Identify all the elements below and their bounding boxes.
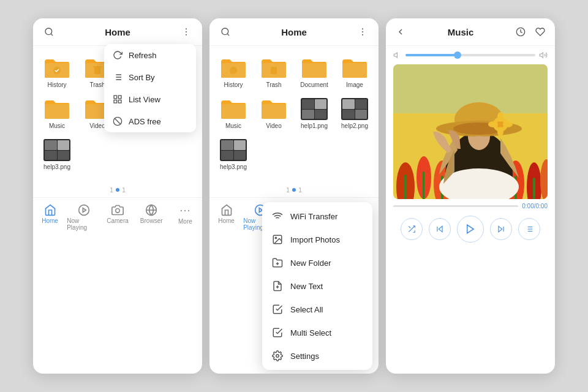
ctx-settings[interactable]: Settings (262, 344, 372, 368)
svg-rect-13 (118, 100, 121, 103)
dropdown-refresh[interactable]: Refresh (104, 44, 196, 66)
mid-more-btn[interactable] (355, 24, 370, 39)
mid-file-grid: History Trash Document Image Music Video… (209, 46, 379, 181)
svg-rect-60 (533, 178, 535, 199)
volume-control (386, 46, 555, 64)
svg-point-40 (276, 355, 279, 358)
svg-line-16 (115, 118, 120, 124)
dropdown-ads[interactable]: ADS free (104, 110, 196, 132)
svg-rect-32 (271, 67, 277, 74)
music-header: Music (386, 18, 555, 46)
play-button[interactable] (457, 216, 484, 243)
shuffle-button[interactable] (401, 218, 423, 240)
left-panel: Home Refresh Sort By List View ADS free (33, 18, 202, 374)
svg-rect-56 (404, 175, 407, 199)
file-help3[interactable]: help3.png (38, 135, 76, 174)
mid-context-menu: WiFi Transfer Import Photos New Folder N… (262, 202, 372, 370)
left-dropdown: Refresh Sort By List View ADS free (104, 44, 196, 132)
back-button[interactable] (393, 24, 408, 39)
ctx-newtext[interactable]: New Text (262, 274, 372, 298)
svg-marker-22 (83, 208, 86, 213)
svg-marker-84 (467, 225, 474, 233)
svg-rect-14 (114, 100, 117, 103)
dropdown-sort[interactable]: Sort By (104, 66, 196, 88)
dropdown-listview[interactable]: List View (104, 88, 196, 110)
mid-file-history[interactable]: History (214, 53, 252, 92)
mid-file-help3[interactable]: help3.png (214, 135, 252, 174)
svg-point-79 (470, 136, 488, 146)
cast-button[interactable] (533, 24, 548, 39)
svg-point-77 (488, 121, 498, 127)
svg-point-31 (230, 67, 237, 74)
ctx-newfolder[interactable]: New Folder (262, 251, 372, 274)
left-title: Home (105, 27, 130, 37)
left-pagination: 1 1 (33, 181, 202, 197)
svg-point-21 (78, 205, 89, 216)
left-nav-camera[interactable]: Camera (100, 203, 134, 232)
left-search-btn[interactable] (42, 24, 56, 39)
playlist-button[interactable] (518, 218, 540, 240)
svg-line-27 (227, 34, 229, 36)
music-title: Music (413, 27, 508, 37)
svg-point-2 (186, 28, 187, 29)
svg-point-26 (222, 28, 228, 35)
mid-panel: Home History Trash Document Image Music (209, 18, 379, 374)
playback-controls (386, 211, 555, 247)
left-more-btn[interactable] (179, 24, 194, 39)
svg-rect-57 (423, 172, 424, 199)
svg-point-35 (275, 237, 276, 238)
svg-marker-82 (439, 226, 442, 232)
mid-file-help2[interactable]: help2.png (336, 94, 374, 133)
volume-high-icon (539, 51, 548, 59)
svg-point-3 (186, 31, 187, 32)
mid-file-document[interactable]: Document (295, 53, 333, 92)
svg-point-30 (362, 34, 363, 36)
ctx-wifi[interactable]: WiFi Transfer (262, 205, 372, 228)
mid-file-video[interactable]: Video (255, 94, 293, 133)
svg-rect-12 (118, 96, 121, 99)
album-art (393, 64, 548, 199)
volume-track[interactable] (405, 54, 535, 56)
ctx-import[interactable]: Import Photos (262, 228, 372, 251)
prev-button[interactable] (429, 218, 451, 240)
left-nav-home[interactable]: Home (33, 203, 67, 232)
file-history[interactable]: History (38, 53, 76, 92)
left-nav-nowplaying[interactable]: Now Playing (67, 203, 100, 232)
ctx-selectall[interactable]: Select All (262, 298, 372, 321)
mid-file-help1[interactable]: help1.png (295, 94, 333, 133)
progress-track[interactable] (393, 205, 518, 207)
svg-point-78 (503, 121, 513, 127)
mid-pagination: 1 1 (209, 181, 379, 197)
volume-low-icon (393, 51, 402, 59)
time-display: 0:00/0:00 (522, 203, 548, 209)
svg-rect-11 (114, 96, 117, 99)
svg-line-81 (409, 226, 410, 228)
mid-file-image[interactable]: Image (336, 53, 374, 92)
left-bottom-nav: Home Now Playing Camera Browser ··· More (33, 197, 202, 235)
mid-nav-home[interactable]: Home (209, 203, 243, 232)
volume-fill (405, 54, 458, 56)
svg-point-76 (497, 127, 503, 137)
album-art-image (393, 64, 548, 199)
svg-point-75 (497, 112, 503, 122)
mid-search-btn[interactable] (218, 24, 233, 39)
svg-point-4 (186, 34, 187, 36)
svg-rect-18 (94, 67, 100, 74)
svg-point-23 (116, 209, 120, 213)
left-nav-browser[interactable]: Browser (135, 203, 168, 232)
ctx-multiselect[interactable]: Multi Select (262, 321, 372, 344)
svg-marker-85 (499, 226, 502, 232)
left-nav-more[interactable]: ··· More (168, 203, 202, 232)
svg-marker-47 (394, 53, 397, 58)
volume-thumb (454, 51, 461, 59)
history-button[interactable] (513, 24, 528, 39)
svg-point-28 (362, 28, 363, 29)
mid-title: Home (281, 27, 307, 37)
svg-point-29 (362, 31, 363, 32)
file-music[interactable]: Music (38, 94, 76, 133)
next-button[interactable] (490, 218, 512, 240)
mid-file-music[interactable]: Music (214, 94, 252, 133)
mid-file-trash[interactable]: Trash (255, 53, 293, 92)
mid-header: Home (209, 18, 379, 46)
left-header: Home (33, 18, 202, 46)
